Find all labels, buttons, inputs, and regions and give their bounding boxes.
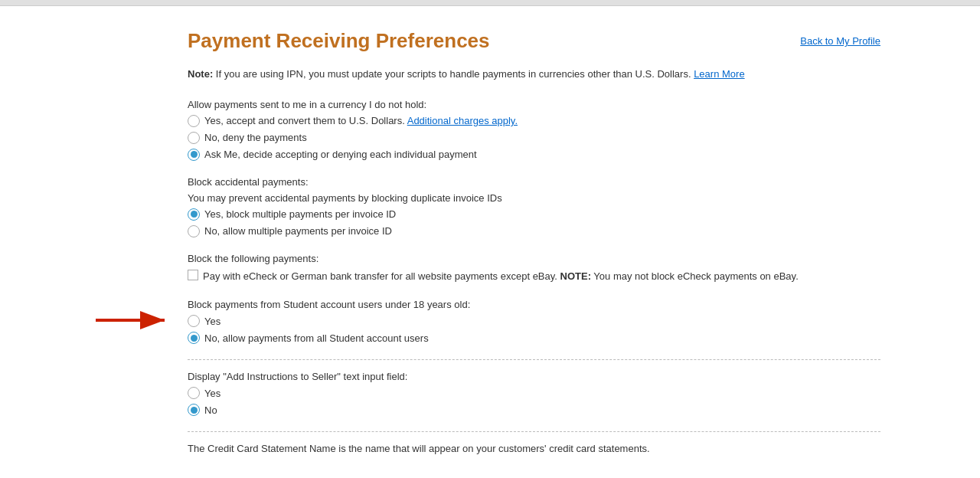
currency-option-3-label: Ask Me, decide accepting or denying each… [204,149,477,160]
top-bar [0,0,980,6]
credit-card-note: The Credit Card Statement Name is the na… [188,443,880,454]
instructions-label: Display "Add Instructions to Seller" tex… [188,371,880,382]
echeck-text-before: Pay with eCheck or German bank transfer … [203,270,557,282]
instructions-option-1-label: Yes [204,388,220,399]
student-radio-1[interactable] [188,315,200,327]
block-acc-option-2-label: No, allow multiple payments per invoice … [204,225,392,237]
instructions-radio-1[interactable] [188,387,200,399]
instructions-option-1: Yes [188,387,880,399]
block-acc-radio-2[interactable] [188,225,200,237]
currency-radio-2[interactable] [188,132,200,144]
student-option-2: No, allow payments from all Student acco… [188,332,880,344]
student-block-label: Block payments from Student account user… [188,299,880,310]
student-radio-2[interactable] [188,332,200,344]
instructions-section: Display "Add Instructions to Seller" tex… [188,371,880,416]
block-accidental-sublabel: You may prevent accidental payments by b… [188,192,880,204]
block-accidental-section: Block accidental payments: You may preve… [188,176,880,237]
header-row: Payment Receiving Preferences Back to My… [188,29,880,53]
learn-more-link[interactable]: Learn More [694,68,744,80]
currency-label: Allow payments sent to me in a currency … [188,99,880,110]
note-text: If you are using IPN, you must update yo… [213,68,694,80]
currency-option-2: No, deny the payments [188,132,880,144]
back-to-profile-link[interactable]: Back to My Profile [800,35,880,47]
block-following-label: Block the following payments: [188,253,880,264]
block-acc-option-1-label: Yes, block multiple payments per invoice… [204,208,396,220]
currency-option-1: Yes, accept and convert them to U.S. Dol… [188,115,880,127]
student-option-1: Yes [188,315,880,327]
echeck-block-label: Pay with eCheck or German bank transfer … [203,269,799,284]
currency-option-1-label: Yes, accept and convert them to U.S. Dol… [204,115,518,126]
block-following-section: Block the following payments: Pay with e… [188,253,880,284]
divider-2 [188,431,880,432]
page-container: Payment Receiving Preferences Back to My… [69,6,911,478]
student-option-2-label: No, allow payments from all Student acco… [204,332,429,344]
echeck-note-bold: NOTE: [557,270,591,282]
block-acc-option-1: Yes, block multiple payments per invoice… [188,208,880,221]
instructions-option-2-label: No [204,404,217,416]
currency-radio-3[interactable] [188,149,200,161]
echeck-checkbox[interactable] [188,270,198,280]
note-section: Note: If you are using IPN, you must upd… [188,67,880,82]
note-bold: Note: [188,68,213,80]
currency-option-3: Ask Me, decide accepting or denying each… [188,149,880,161]
instructions-radio-2[interactable] [188,404,200,416]
block-acc-radio-1[interactable] [188,208,200,221]
block-accidental-label: Block accidental payments: [188,176,880,188]
block-acc-option-2: No, allow multiple payments per invoice … [188,225,880,237]
currency-radio-1[interactable] [188,115,200,127]
instructions-option-2: No [188,404,880,416]
student-option-1-label: Yes [204,316,220,327]
additional-charges-link[interactable]: Additional charges apply. [407,115,518,126]
echeck-block-option: Pay with eCheck or German bank transfer … [188,269,880,284]
student-block-section: Block payments from Student account user… [188,299,880,344]
divider-1 [188,359,880,360]
echeck-text-after: You may not block eCheck payments on eBa… [591,270,799,282]
arrow-annotation [92,305,176,338]
currency-section: Allow payments sent to me in a currency … [188,99,880,161]
page-title: Payment Receiving Preferences [188,29,490,53]
currency-option-2-label: No, deny the payments [204,132,307,143]
